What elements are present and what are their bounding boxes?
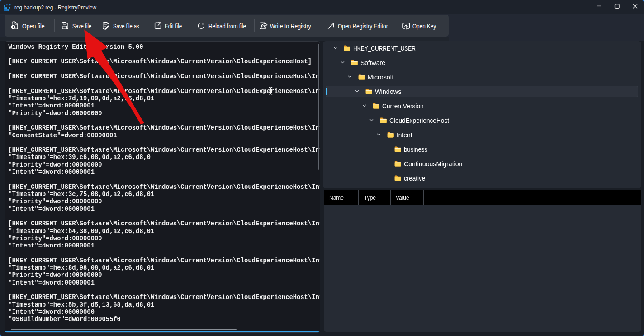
- svg-text:Windows: Windows: [375, 88, 402, 95]
- svg-text:Reload from file: Reload from file: [208, 23, 246, 30]
- svg-text:Software: Software: [360, 59, 385, 66]
- svg-text:Microsoft: Microsoft: [368, 74, 394, 81]
- svg-text:Edit file...: Edit file...: [165, 23, 186, 30]
- svg-text:Open Registry Editor...: Open Registry Editor...: [338, 23, 392, 30]
- svg-text:Value: Value: [396, 195, 409, 201]
- svg-text:ContinuousMigration: ContinuousMigration: [404, 160, 462, 168]
- svg-text:Open file...: Open file...: [22, 23, 49, 30]
- svg-text:reg backup2.reg - RegistryPrev: reg backup2.reg - RegistryPreview: [14, 5, 97, 11]
- svg-text:Write to Registry...: Write to Registry...: [270, 23, 315, 30]
- svg-text:Intent: Intent: [397, 131, 412, 139]
- svg-text:business: business: [404, 146, 427, 153]
- svg-text:Name: Name: [329, 195, 344, 201]
- svg-text:CurrentVersion: CurrentVersion: [382, 103, 424, 110]
- svg-text:HKEY_CURRENT_USER: HKEY_CURRENT_USER: [353, 45, 416, 52]
- svg-text:Type: Type: [364, 195, 376, 201]
- svg-text:creative: creative: [404, 175, 425, 182]
- svg-text:CloudExperienceHost: CloudExperienceHost: [389, 117, 449, 124]
- svg-text:Open Key...: Open Key...: [412, 23, 440, 30]
